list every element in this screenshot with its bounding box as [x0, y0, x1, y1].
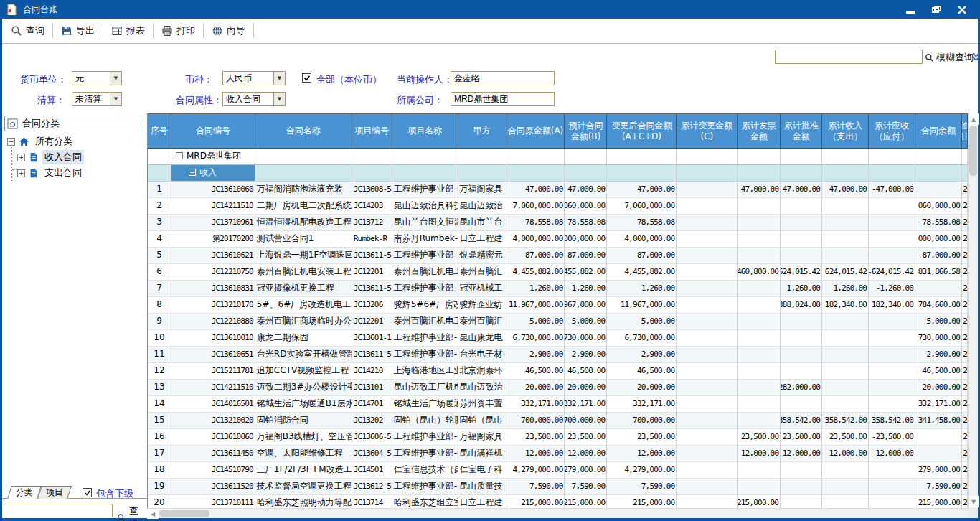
cell[interactable]: 万福阁家具: [458, 182, 507, 198]
cell[interactable]: 工程维护事业部-0: [392, 446, 458, 462]
column-header[interactable]: 签日: [962, 114, 968, 149]
cell[interactable]: [822, 347, 869, 363]
column-header[interactable]: 累计变更金额(C): [677, 114, 738, 149]
wizard-button[interactable]: 向导: [209, 22, 248, 39]
cell[interactable]: 三厂1F/2F/3F FM改造工程: [255, 462, 352, 479]
cell[interactable]: [869, 330, 915, 347]
cell[interactable]: [781, 215, 822, 231]
cell[interactable]: [458, 149, 507, 165]
cell[interactable]: 000,000.00: [915, 231, 962, 248]
cell[interactable]: 19: [148, 479, 171, 495]
cell[interactable]: 46,500.00: [915, 363, 962, 380]
tree-item-income-contracts[interactable]: + 收入合同: [17, 150, 84, 164]
print-button[interactable]: 打印: [159, 22, 198, 39]
cell[interactable]: [677, 182, 738, 198]
cell[interactable]: JC13610651: [171, 347, 255, 363]
cell[interactable]: 康龙二期保固: [255, 330, 352, 347]
cell[interactable]: JC13604-5: [352, 446, 392, 462]
cell[interactable]: 日立工程建: [458, 231, 507, 248]
cell[interactable]: 460,800.00: [738, 264, 781, 281]
find-button[interactable]: 查找: [117, 504, 147, 521]
cell[interactable]: 2: [962, 248, 968, 264]
cell[interactable]: [915, 149, 962, 165]
cell[interactable]: 7,590.00: [565, 479, 607, 495]
chevron-double-down-icon[interactable]: [971, 52, 980, 62]
cell[interactable]: [869, 149, 915, 165]
cell[interactable]: [781, 248, 822, 264]
cell[interactable]: 700,000.00: [565, 413, 607, 429]
cell[interactable]: 测试营业合同1: [255, 231, 352, 248]
cell[interactable]: 060,000.00: [565, 198, 607, 215]
cell[interactable]: 11: [148, 347, 171, 363]
cell[interactable]: 固铂消防合同: [255, 413, 352, 429]
cell[interactable]: JC13611450: [171, 446, 255, 462]
cell[interactable]: 1,260.00: [607, 281, 677, 297]
cell[interactable]: [738, 363, 781, 380]
cell[interactable]: [738, 231, 781, 248]
cell[interactable]: 78,558.08: [915, 215, 962, 231]
cell[interactable]: [565, 165, 607, 182]
cell[interactable]: [738, 215, 781, 231]
cell[interactable]: 78,558.08: [507, 215, 565, 231]
cell[interactable]: 昆山市兰台: [458, 215, 507, 231]
cell[interactable]: 388,024.00: [781, 297, 822, 314]
cell[interactable]: [822, 479, 869, 495]
category-panel-header[interactable]: 合同分类: [4, 116, 143, 131]
cell[interactable]: 空调、太阳能维修工程: [255, 446, 352, 462]
currency-select[interactable]: 人民币▼: [222, 71, 286, 85]
contract-attribute-select[interactable]: 收入合同▼: [222, 92, 286, 106]
cell[interactable]: 47,000.00: [822, 182, 869, 198]
cell[interactable]: [869, 198, 915, 215]
cell[interactable]: 2: [962, 429, 968, 446]
cell[interactable]: 上海临港地区工业: [392, 363, 458, 380]
vertical-scrollbar-thumb[interactable]: [969, 126, 977, 176]
cell[interactable]: 6,730,000.00: [507, 330, 565, 347]
cell[interactable]: [781, 396, 822, 413]
cell[interactable]: 4,000,000.00: [607, 231, 677, 248]
find-input[interactable]: [4, 504, 113, 517]
cell[interactable]: 北京润泰环: [458, 363, 507, 380]
column-header[interactable]: 预计合同金额(B): [565, 114, 607, 149]
cell[interactable]: [738, 413, 781, 429]
cell[interactable]: JC13206: [352, 297, 392, 314]
cell[interactable]: JC13610621: [171, 248, 255, 264]
cell[interactable]: JC13101: [352, 380, 392, 396]
cell[interactable]: 15: [148, 413, 171, 429]
cell[interactable]: 工程维护事业部-1: [392, 479, 458, 495]
cell[interactable]: [677, 446, 738, 462]
cell[interactable]: 87,000.00: [915, 248, 962, 264]
cell[interactable]: [781, 462, 822, 479]
cell[interactable]: JC13606-5: [352, 429, 392, 446]
column-header[interactable]: 合同原金额(A): [507, 114, 565, 149]
cell[interactable]: 5,000.00: [915, 314, 962, 330]
cell[interactable]: 万福阁B3线槽灯、空压管: [255, 429, 352, 446]
cell[interactable]: 700,000.00: [507, 413, 565, 429]
cell[interactable]: JC14501: [352, 462, 392, 479]
include-sub-checkbox[interactable]: [83, 488, 92, 497]
cell[interactable]: [738, 380, 781, 396]
cell[interactable]: -358,542.00: [869, 413, 915, 429]
cell[interactable]: 4,279,000.00: [507, 462, 565, 479]
cell[interactable]: JC13202: [352, 413, 392, 429]
scroll-up-button[interactable]: ▲: [969, 113, 979, 125]
cell[interactable]: 12,000.00: [781, 446, 822, 462]
cell[interactable]: 14: [148, 396, 171, 413]
vertical-scrollbar[interactable]: ▲ ▼: [968, 113, 978, 508]
cell[interactable]: [677, 149, 738, 165]
cell[interactable]: [822, 215, 869, 231]
cell[interactable]: [869, 215, 915, 231]
cell[interactable]: 12,000.00: [507, 446, 565, 462]
cell[interactable]: 冠亚摄像机更换工程: [255, 281, 352, 297]
cell[interactable]: 6: [148, 264, 171, 281]
cell[interactable]: 2: [962, 363, 968, 380]
cell[interactable]: [255, 149, 352, 165]
cell[interactable]: 279,000.00: [565, 462, 607, 479]
cell[interactable]: 12,000.00: [607, 446, 677, 462]
cell[interactable]: 87,000.00: [507, 248, 565, 264]
cell[interactable]: [677, 462, 738, 479]
cell[interactable]: 12,000.00: [565, 446, 607, 462]
cell[interactable]: −MRD鼎世集团: [171, 149, 255, 165]
cell[interactable]: 12,000.00: [738, 446, 781, 462]
cell[interactable]: 182,340.00: [822, 297, 869, 314]
cell[interactable]: 1,260.00: [822, 281, 869, 297]
